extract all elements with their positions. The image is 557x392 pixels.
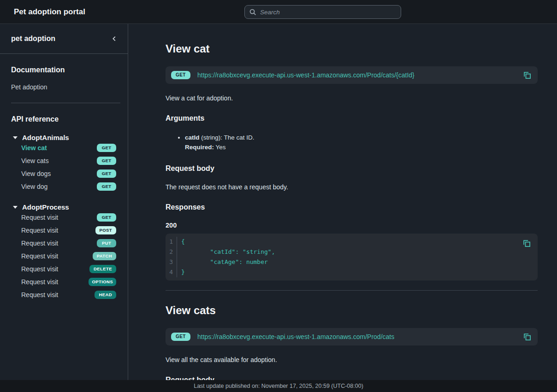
method-badge-options: OPTIONS [89, 278, 116, 286]
copy-icon[interactable] [523, 333, 531, 341]
nav-item-label[interactable]: Request visit [21, 240, 58, 247]
method-badge-head: HEAD [95, 291, 116, 299]
method-badge-get: GET [171, 333, 190, 341]
triangle-down-icon [13, 206, 18, 209]
sidebar-item-request-visit-patch[interactable]: Request visit PATCH [21, 250, 116, 263]
sidebar-item-request-visit-head[interactable]: Request visit HEAD [21, 288, 116, 301]
endpoint-url-link[interactable]: https://ra8obxcevg.execute-api.us-west-1… [197, 71, 516, 79]
sidebar-item-request-visit-put[interactable]: Request visit PUT [21, 237, 116, 250]
sidebar-item-view-cat[interactable]: View cat GET [21, 141, 116, 154]
code-line: } [181, 267, 275, 277]
nav-item-label[interactable]: Request visit [21, 214, 58, 221]
sidebar-item-request-visit-delete[interactable]: Request visit DELETE [21, 263, 116, 275]
code-line-numbers: 1 2 3 4 [166, 237, 177, 277]
portal-title: Pet adoption portal [14, 7, 85, 17]
sidebar-item-request-visit-get[interactable]: Request visit GET [21, 211, 116, 224]
method-badge-patch: PATCH [93, 252, 116, 260]
response-code-block: 1 2 3 4 { "catId": "string", "catAge": n… [166, 234, 538, 281]
nav-item-label[interactable]: Request visit [21, 265, 58, 273]
method-badge-get: GET [171, 71, 190, 79]
line-number: 3 [168, 257, 173, 267]
argument-required-label: Required: [185, 144, 214, 151]
method-badge-get: GET [97, 144, 116, 152]
top-header: Pet adoption portal [0, 0, 557, 24]
footer-bar: Last update published on: November 17, 2… [0, 380, 557, 392]
code-line: { [181, 237, 275, 247]
sidebar-item-request-visit-post[interactable]: Request visit POST [21, 224, 116, 237]
method-badge-post: POST [95, 226, 116, 234]
line-number: 4 [168, 267, 173, 277]
method-badge-get: GET [97, 157, 116, 165]
method-badge-get: GET [97, 170, 116, 178]
search-input[interactable] [260, 9, 396, 16]
argument-desc: (string): The cat ID. [200, 134, 255, 141]
copy-icon[interactable] [523, 71, 531, 79]
section-description: View a cat for adoption. [166, 94, 538, 102]
nav-item-label[interactable]: Request visit [21, 278, 58, 286]
nav-item-label[interactable]: View cats [21, 157, 49, 164]
endpoint-url-link[interactable]: https://ra8obxcevg.execute-api.us-west-1… [197, 333, 516, 340]
nav-item-label[interactable]: Request visit [21, 291, 58, 298]
sidebar-item-view-dogs[interactable]: View dogs GET [21, 167, 116, 180]
nav-item-label[interactable]: Request visit [21, 227, 58, 234]
triangle-down-icon [13, 136, 18, 139]
documentation-heading: Documentation [11, 66, 117, 74]
group-name: AdoptProcess [22, 203, 69, 211]
argument-item: catId (string): The cat ID. Required: Ye… [185, 133, 538, 152]
method-badge-get: GET [97, 213, 116, 222]
sidebar-group-adoptanimals[interactable]: AdoptAnimals [13, 134, 117, 141]
code-line: "catId": "string", [181, 247, 275, 257]
method-badge-delete: DELETE [89, 265, 116, 273]
arguments-list: catId (string): The cat ID. Required: Ye… [185, 133, 538, 152]
endpoint-bar: GET https://ra8obxcevg.execute-api.us-we… [166, 328, 538, 345]
sidebar-item-view-cats[interactable]: View cats GET [21, 154, 116, 167]
code-line: "catAge": number [181, 257, 275, 267]
main-content: View cat GET https://ra8obxcevg.execute-… [128, 24, 557, 392]
code-lines: { "catId": "string", "catAge": number } [177, 237, 275, 277]
sidebar-item-pet-adoption[interactable]: Pet adoption [11, 83, 117, 91]
arguments-heading: Arguments [166, 114, 538, 123]
line-number: 2 [168, 247, 173, 257]
sidebar-divider [11, 103, 120, 103]
argument-name: catId [185, 134, 200, 141]
request-body-heading: Request body [166, 164, 538, 173]
collapse-panel-icon[interactable] [111, 35, 118, 42]
argument-required-value: Yes [214, 144, 226, 151]
last-update-text: Last update published on: November 17, 2… [194, 383, 363, 389]
section-description: View all the cats available for adoption… [166, 356, 538, 363]
line-number: 1 [168, 237, 173, 247]
group-name: AdoptAnimals [22, 134, 69, 141]
nav-item-label[interactable]: View dogs [21, 170, 51, 177]
section-title-view-cat: View cat [166, 42, 538, 55]
sidebar-item-request-visit-options[interactable]: Request visit OPTIONS [21, 275, 116, 288]
sidebar-group-adoptprocess[interactable]: AdoptProcess [13, 203, 117, 211]
search-box[interactable] [244, 5, 401, 19]
side-panel-title: pet adoption [11, 35, 55, 43]
nav-item-label[interactable]: View cat [21, 144, 47, 152]
request-body-text: The request does not have a request body… [166, 183, 538, 191]
nav-item-label[interactable]: Request visit [21, 252, 58, 260]
response-status-code: 200 [166, 222, 538, 229]
section-title-view-cats: View cats [166, 304, 538, 317]
nav-item-label[interactable]: View dog [21, 183, 47, 190]
side-navigation: pet adoption Documentation Pet adoption … [0, 24, 128, 392]
responses-heading: Responses [166, 203, 538, 211]
search-icon [249, 9, 256, 16]
endpoint-bar: GET https://ra8obxcevg.execute-api.us-we… [166, 66, 538, 84]
method-badge-put: PUT [97, 239, 116, 247]
method-badge-get: GET [97, 182, 116, 191]
copy-icon[interactable] [523, 240, 531, 247]
section-divider [166, 290, 538, 291]
side-panel-header: pet adoption [0, 24, 128, 54]
sidebar-item-view-dog[interactable]: View dog GET [21, 180, 116, 193]
api-reference-heading: API reference [11, 115, 117, 123]
